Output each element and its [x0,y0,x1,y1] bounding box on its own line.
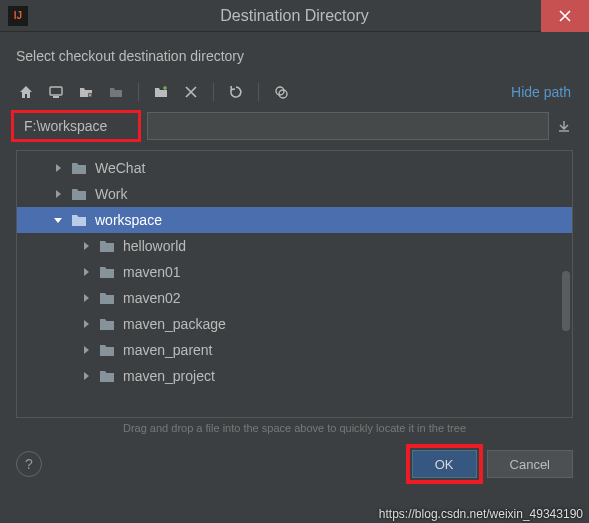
directory-tree[interactable]: WeChatWorkworkspacehelloworldmaven01mave… [16,150,573,418]
folder-icon [99,264,117,280]
chevron-right-icon[interactable] [79,317,93,331]
toolbar: Hide path [16,82,573,102]
folder-icon [99,290,117,306]
app-icon: IJ [8,6,28,26]
cancel-button[interactable]: Cancel [487,450,573,478]
tree-item-label: WeChat [95,160,145,176]
tree-item-label: helloworld [123,238,186,254]
tree-item[interactable]: WeChat [17,155,572,181]
window-title: Destination Directory [0,7,589,25]
toolbar-separator [213,83,214,101]
svg-rect-1 [53,96,59,98]
folder-icon [99,342,117,358]
project-icon[interactable] [76,82,96,102]
tree-item[interactable]: maven01 [17,259,572,285]
chevron-right-icon[interactable] [79,343,93,357]
tree-item-label: maven_package [123,316,226,332]
show-hidden-icon[interactable] [271,82,291,102]
hide-path-link[interactable]: Hide path [511,84,573,100]
path-input-tail[interactable] [147,112,549,140]
path-input[interactable] [16,115,136,137]
folder-icon [99,316,117,332]
chevron-right-icon[interactable] [51,161,65,175]
chevron-right-icon[interactable] [79,369,93,383]
folder-icon [71,160,89,176]
chevron-down-icon[interactable] [51,213,65,227]
folder-icon [71,186,89,202]
refresh-icon[interactable] [226,82,246,102]
tree-item[interactable]: maven_project [17,363,572,389]
tree-item-label: Work [95,186,127,202]
delete-icon[interactable] [181,82,201,102]
chevron-right-icon[interactable] [79,265,93,279]
tree-item[interactable]: maven_parent [17,337,572,363]
module-icon[interactable] [106,82,126,102]
home-icon[interactable] [16,82,36,102]
tree-item-label: maven_parent [123,342,213,358]
folder-icon [99,238,117,254]
close-button[interactable] [541,0,589,32]
prompt-text: Select checkout destination directory [16,48,573,64]
dialog-content: Select checkout destination directory Hi… [0,32,589,444]
tree-item[interactable]: Work [17,181,572,207]
help-button[interactable]: ? [16,451,42,477]
titlebar: IJ Destination Directory [0,0,589,32]
highlight-box [11,110,141,142]
tree-item-label: maven_project [123,368,215,384]
ok-button[interactable]: OK [412,450,477,478]
watermark-text: https://blog.csdn.net/weixin_49343190 [379,507,583,521]
tree-item[interactable]: maven02 [17,285,572,311]
svg-rect-0 [50,87,62,95]
new-folder-icon[interactable] [151,82,171,102]
scrollbar-vertical[interactable] [562,271,570,331]
tree-item[interactable]: helloworld [17,233,572,259]
chevron-right-icon[interactable] [51,187,65,201]
dialog-footer: ? OK Cancel [0,444,589,490]
chevron-right-icon[interactable] [79,291,93,305]
tree-item-label: maven02 [123,290,181,306]
folder-icon [71,212,89,228]
history-icon[interactable] [555,117,573,135]
desktop-icon[interactable] [46,82,66,102]
path-row [16,112,573,140]
toolbar-separator [138,83,139,101]
tree-item[interactable]: workspace [17,207,572,233]
hint-text: Drag and drop a file into the space abov… [16,418,573,444]
folder-icon [99,368,117,384]
tree-item[interactable]: maven_package [17,311,572,337]
tree-item-label: workspace [95,212,162,228]
tree-item-label: maven01 [123,264,181,280]
chevron-right-icon[interactable] [79,239,93,253]
toolbar-separator [258,83,259,101]
